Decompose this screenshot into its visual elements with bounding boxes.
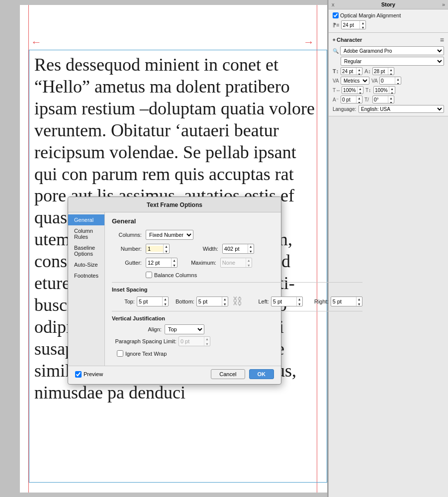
skew-down[interactable]: ▼ <box>388 100 394 103</box>
font-size-arrows[interactable]: ▲ ▼ <box>356 68 362 75</box>
scale-h-arrows[interactable]: ▲ ▼ <box>357 87 363 94</box>
scale-v-input[interactable]: 100% <box>374 88 389 93</box>
scale-h-up[interactable]: ▲ <box>358 87 363 91</box>
tracking-down[interactable]: ▼ <box>395 82 401 85</box>
ok-button[interactable]: OK <box>249 369 274 379</box>
font-style-select[interactable]: Regular <box>341 57 444 66</box>
close-icon[interactable]: x <box>332 1 335 7</box>
font-name-select[interactable]: Adobe Garamond Pro <box>340 46 444 55</box>
width-up-arrow[interactable]: ▲ <box>248 244 254 249</box>
skew-input[interactable]: 0° <box>373 97 388 102</box>
top-spinner[interactable]: ▲ ▼ <box>162 297 168 306</box>
top-input-group[interactable]: 5 pt ▲ ▼ <box>137 297 169 306</box>
kerning-select[interactable]: Metrics <box>341 77 369 85</box>
nav-item-baseline-options[interactable]: Baseline Options <box>68 242 104 259</box>
font-size-spinner[interactable]: 24 pt ▲ ▼ <box>341 67 362 75</box>
scale-v-spinner[interactable]: 100% ▲ ▼ <box>373 86 395 94</box>
nav-item-general[interactable]: General <box>68 214 104 225</box>
chain-link-icon[interactable]: ⛓ <box>232 296 242 307</box>
bottom-down[interactable]: ▼ <box>222 302 228 306</box>
size-down[interactable]: ▼ <box>357 72 362 75</box>
baseline-arrows[interactable]: ▲ ▼ <box>356 96 362 103</box>
right-input[interactable]: 5 pt <box>331 298 356 304</box>
optical-size-arrows[interactable]: ▲ ▼ <box>359 21 365 29</box>
skew-arrows[interactable]: ▲ ▼ <box>388 96 394 103</box>
size-up[interactable]: ▲ <box>357 68 362 72</box>
width-input-group[interactable]: 402 pt ▲ ▼ <box>222 244 254 254</box>
right-up[interactable]: ▲ <box>357 297 362 302</box>
nav-item-auto-size[interactable]: Auto-Size <box>68 259 104 270</box>
baseline-input[interactable]: 0 pt <box>341 97 356 102</box>
scale-h-down[interactable]: ▼ <box>358 91 363 94</box>
align-select[interactable]: Top Center Bottom Justify <box>165 324 204 334</box>
tracking-arrows[interactable]: ▲ ▼ <box>395 77 401 84</box>
gutter-up-arrow[interactable]: ▲ <box>172 258 177 263</box>
gutter-spinner[interactable]: ▲ ▼ <box>171 258 177 267</box>
character-menu-icon[interactable]: ≡ <box>440 36 444 44</box>
language-select[interactable]: English: USA <box>358 105 444 113</box>
nav-item-column-rules[interactable]: Column Rules <box>68 225 104 242</box>
scale-h-spinner[interactable]: 100% ▲ ▼ <box>342 86 363 94</box>
bottom-input[interactable]: 5 pt <box>197 298 222 304</box>
number-up-arrow[interactable]: ▲ <box>164 244 169 249</box>
scale-v-up[interactable]: ▲ <box>389 87 395 91</box>
columns-type-select[interactable]: Fixed Number <box>146 230 193 240</box>
baseline-spinner[interactable]: 0 pt ▲ ▼ <box>341 96 362 103</box>
right-down[interactable]: ▼ <box>357 302 362 306</box>
width-input[interactable]: 402 pt <box>223 246 248 252</box>
baseline-up[interactable]: ▲ <box>357 96 362 100</box>
bottom-spinner[interactable]: ▲ ▼ <box>222 297 228 306</box>
top-up[interactable]: ▲ <box>163 297 168 302</box>
balance-columns-checkbox[interactable] <box>146 272 152 278</box>
optical-up[interactable]: ▲ <box>360 21 365 25</box>
align-row: Align: Top Center Bottom Justify <box>112 324 362 334</box>
font-size-input[interactable]: 24 pt <box>341 69 356 74</box>
para-spacing-spinner: ▲ ▼ <box>204 337 210 346</box>
font-search-icon[interactable]: 🔍 <box>333 48 339 54</box>
optical-margin-checkbox[interactable] <box>333 12 339 18</box>
number-spinner[interactable]: ▲ ▼ <box>163 244 169 253</box>
left-input[interactable]: 5 pt <box>271 298 296 304</box>
leading-down[interactable]: ▼ <box>388 72 394 75</box>
scale-h-input[interactable]: 100% <box>342 88 357 93</box>
left-input-group[interactable]: 5 pt ▲ ▼ <box>271 297 303 306</box>
bottom-input-group[interactable]: 5 pt ▲ ▼ <box>196 297 228 306</box>
cancel-button[interactable]: Cancel <box>211 369 245 379</box>
optical-down[interactable]: ▼ <box>360 25 365 29</box>
number-input-group[interactable]: 1 ▲ ▼ <box>146 244 170 254</box>
top-down[interactable]: ▼ <box>163 302 168 306</box>
right-input-group[interactable]: 5 pt ▲ ▼ <box>331 297 362 306</box>
leading-spinner[interactable]: 28 pt ▲ ▼ <box>372 67 394 75</box>
leading-up[interactable]: ▲ <box>388 68 394 72</box>
baseline-down[interactable]: ▼ <box>357 100 362 103</box>
left-up[interactable]: ▲ <box>297 297 302 302</box>
gutter-down-arrow[interactable]: ▼ <box>172 263 177 268</box>
optical-size-input[interactable]: 24 pt <box>342 22 359 28</box>
tracking-spinner[interactable]: 0 ▲ ▼ <box>379 77 401 85</box>
collapse-icon[interactable]: » <box>442 1 445 7</box>
number-down-arrow[interactable]: ▼ <box>164 249 169 254</box>
font-style-row: Regular <box>333 57 444 66</box>
width-spinner[interactable]: ▲ ▼ <box>248 244 254 253</box>
leading-input[interactable]: 28 pt <box>373 69 388 74</box>
skew-spinner[interactable]: 0° ▲ ▼ <box>372 96 394 103</box>
ignore-text-wrap-checkbox[interactable] <box>117 350 123 357</box>
bottom-up[interactable]: ▲ <box>222 297 228 302</box>
nav-item-footnotes[interactable]: Footnotes <box>68 270 104 281</box>
tracking-input[interactable]: 0 <box>380 78 395 84</box>
gutter-input-group[interactable]: 12 pt ▲ ▼ <box>146 258 178 268</box>
right-spinner[interactable]: ▲ ▼ <box>356 297 362 306</box>
number-input[interactable]: 1 <box>146 246 163 252</box>
preview-checkbox[interactable] <box>75 371 82 378</box>
gutter-input[interactable]: 12 pt <box>146 260 171 266</box>
width-down-arrow[interactable]: ▼ <box>248 249 254 254</box>
skew-up[interactable]: ▲ <box>388 96 394 100</box>
top-input[interactable]: 5 pt <box>137 298 162 304</box>
left-down[interactable]: ▼ <box>297 302 302 306</box>
optical-size-spinner[interactable]: 24 pt ▲ ▼ <box>341 20 366 29</box>
tracking-up[interactable]: ▲ <box>395 77 401 82</box>
scale-v-down[interactable]: ▼ <box>389 91 395 94</box>
left-spinner[interactable]: ▲ ▼ <box>296 297 302 306</box>
leading-arrows[interactable]: ▲ ▼ <box>388 68 394 75</box>
scale-v-arrows[interactable]: ▲ ▼ <box>389 87 395 94</box>
